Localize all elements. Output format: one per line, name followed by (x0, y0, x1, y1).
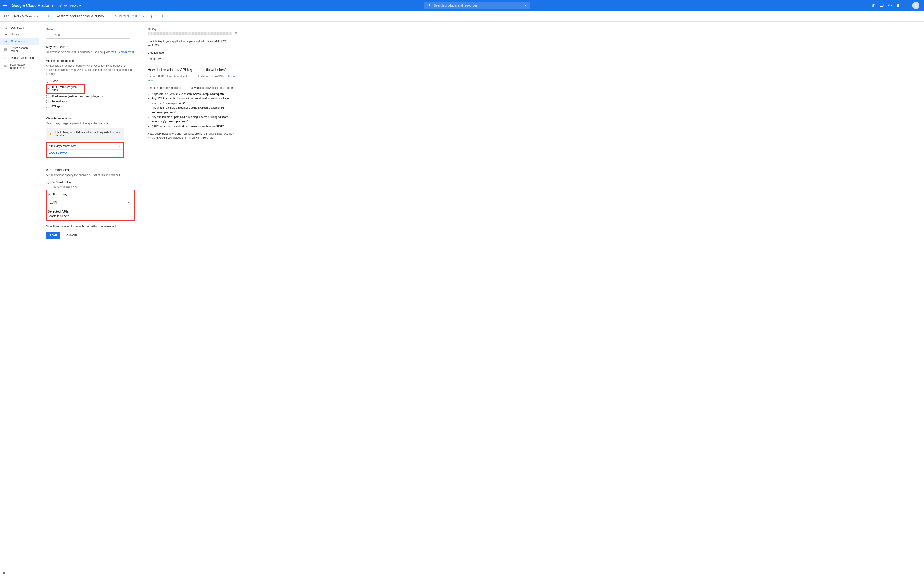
referrer-list: https://my.erpnext.com ADD AN ITEM (46, 142, 124, 158)
creation-date-row: Creation date (147, 50, 238, 56)
api-logo: API (3, 15, 10, 18)
verified-icon (4, 56, 7, 60)
created-by-row: Created by (147, 56, 238, 62)
gift-icon[interactable] (872, 3, 876, 7)
svg-rect-1 (880, 4, 884, 6)
sidebar-item-library[interactable]: Library (0, 31, 39, 38)
external-link-icon (132, 50, 134, 53)
selected-apis-heading: Selected APIs: (48, 210, 134, 213)
api-select[interactable]: 1 API (48, 199, 132, 206)
search-input[interactable] (434, 3, 523, 7)
save-button[interactable]: SAVE (46, 232, 60, 239)
page-title: Restrict and rename API key (55, 14, 104, 18)
consent-icon (4, 48, 7, 51)
dont-restrict-sub: This key can call any API (52, 185, 136, 189)
sidebar-item-oauth[interactable]: OAuth consent screen (0, 45, 39, 55)
caret-down-icon (127, 202, 129, 203)
svg-point-0 (60, 5, 61, 5)
trash-icon (150, 15, 153, 18)
project-name: My Project (64, 4, 78, 7)
pass-instruction: Use this key in your application by pass… (147, 40, 238, 46)
refresh-icon (115, 15, 118, 18)
more-vert-icon[interactable] (904, 3, 908, 7)
top-bar: Google Cloud Platform My Project (0, 0, 924, 11)
notifications-icon[interactable] (896, 3, 900, 7)
dashboard-icon (4, 26, 7, 29)
svg-point-4 (906, 5, 906, 6)
sidebar-item-agreements[interactable]: Page usage agreements (0, 61, 39, 71)
library-icon (4, 33, 7, 36)
copy-icon[interactable] (234, 32, 238, 35)
back-icon[interactable] (47, 14, 51, 18)
selected-api-item: Google Picker API (48, 214, 134, 218)
examples-intro: Here are some examples of URLs that you … (147, 86, 238, 90)
svg-rect-11 (236, 33, 237, 35)
restrict-key-box: Restrict key 1 API Selected APIs: Google… (46, 190, 135, 221)
project-picker[interactable]: My Project (57, 3, 83, 8)
radio-restrict[interactable]: Restrict key (47, 192, 134, 197)
agreements-icon (4, 65, 7, 68)
svg-rect-12 (235, 32, 237, 34)
howto-text: Use an HTTP referrer to restrict the URL… (147, 74, 238, 82)
svg-point-6 (915, 4, 917, 5)
radio-http[interactable]: HTTP referrers (web sites) (47, 85, 84, 92)
name-label: Name * (46, 28, 136, 31)
api-restrictions-heading: API restrictions (46, 168, 136, 172)
radio-ip[interactable]: IP addresses (web servers, cron jobs, et… (46, 94, 136, 99)
app-restrictions-heading: Application restrictions (46, 59, 136, 63)
project-hex-icon (59, 4, 62, 7)
radio-none[interactable]: None (46, 79, 136, 84)
help-icon[interactable] (888, 3, 892, 7)
warning-icon (49, 132, 52, 135)
referrer-note: Note: query parameters and fragments are… (147, 132, 238, 140)
search-box[interactable] (424, 2, 530, 9)
key-icon (4, 40, 7, 43)
api-restrictions-help: API restrictions specify the enabled API… (46, 173, 136, 177)
examples-list: A specific URL with an exact path: www.e… (147, 92, 238, 129)
key-restrictions-heading: Key restrictions (46, 45, 136, 49)
api-key-label: API Key (147, 28, 238, 31)
sidebar-item-domain[interactable]: Domain verification (0, 55, 39, 61)
referrer-row[interactable]: https://my.erpnext.com (47, 143, 123, 150)
menu-icon[interactable] (3, 3, 8, 8)
svg-point-3 (906, 4, 906, 5)
avatar[interactable] (912, 2, 919, 9)
name-input[interactable] (46, 31, 130, 39)
sub-header: API APIs & Services Restrict and rename … (0, 11, 924, 22)
search-container (83, 2, 872, 9)
delete-button[interactable]: DELETE (150, 15, 165, 18)
blank-warning: If left blank, your API key will accept … (46, 128, 124, 140)
section-title: APIs & Services (13, 14, 38, 18)
regenerate-button[interactable]: REGENERATE KEY (115, 15, 144, 18)
api-key-row (147, 31, 238, 37)
brand: Google Cloud Platform (12, 3, 53, 8)
chevron-down-icon (79, 5, 81, 6)
topbar-right (872, 2, 921, 9)
console-icon[interactable] (880, 3, 884, 7)
sidebar-item-dashboard[interactable]: Dashboard (0, 24, 39, 31)
cancel-button[interactable]: CANCEL (64, 232, 80, 239)
howto-title: How do I restrict my API key to specific… (147, 68, 238, 72)
website-restrictions-help: Restrict key usage requests to the speci… (46, 121, 136, 125)
search-icon (427, 3, 431, 7)
collapse-sidebar-icon[interactable] (3, 571, 6, 575)
sidebar: Dashboard Library Credentials OAuth cons… (0, 22, 39, 577)
api-key-redacted (147, 32, 232, 35)
svg-point-5 (906, 6, 906, 7)
settings-delay-note: Note: It may take up to 5 minutes for se… (46, 225, 136, 228)
website-restrictions-heading: Website restrictions (46, 116, 136, 120)
app-restrictions-help: An application restriction controls whic… (46, 64, 136, 76)
key-restrictions-help: Restrictions help prevent unauthorized u… (46, 50, 136, 54)
add-item-button[interactable]: ADD AN ITEM (47, 150, 123, 157)
chevron-down-icon[interactable] (118, 145, 121, 148)
radio-ios[interactable]: iOS apps (46, 104, 136, 109)
svg-point-7 (5, 41, 6, 42)
radio-dont-restrict[interactable]: Don't restrict key (46, 180, 136, 185)
chevron-down-icon[interactable] (523, 3, 528, 7)
radio-android[interactable]: Android apps (46, 99, 136, 104)
sidebar-item-credentials[interactable]: Credentials (0, 38, 39, 45)
learn-more-link[interactable]: Learn more (118, 50, 134, 54)
